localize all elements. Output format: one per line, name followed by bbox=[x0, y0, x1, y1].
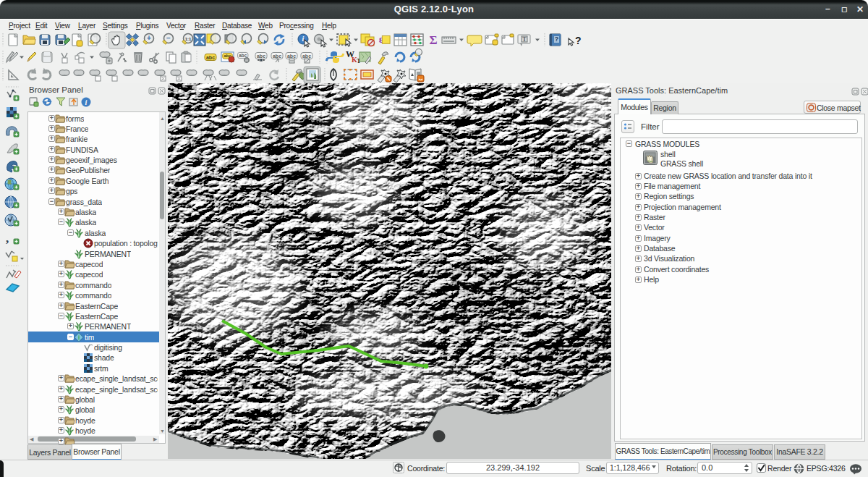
svg-text:T: T bbox=[522, 36, 527, 43]
svg-text:+: + bbox=[147, 34, 151, 42]
svg-text:1:1: 1:1 bbox=[185, 37, 192, 41]
svg-text:Σ: Σ bbox=[429, 33, 437, 47]
svg-text:,: , bbox=[6, 232, 9, 245]
svg-text:i: i bbox=[302, 35, 305, 43]
svg-text:i: i bbox=[85, 98, 88, 106]
svg-text:?: ? bbox=[555, 35, 559, 43]
svg-text:?: ? bbox=[575, 35, 582, 46]
svg-text:−: − bbox=[166, 34, 171, 42]
